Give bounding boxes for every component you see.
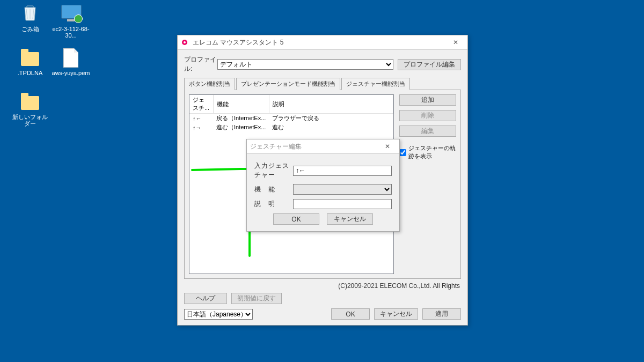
- gesture-input[interactable]: [293, 166, 392, 176]
- table-row[interactable]: ↑→ 進む（InternetEx... 進む: [189, 123, 393, 132]
- close-icon: ✕: [453, 39, 458, 46]
- tab-gesture-assign[interactable]: ジェスチャー機能割当: [341, 78, 410, 90]
- file-icon: [63, 48, 78, 68]
- cancel-button[interactable]: キャンセル: [374, 308, 418, 320]
- dialog-titlebar[interactable]: ジェスチャー編集 ✕: [247, 139, 399, 154]
- folder-icon: [21, 52, 39, 66]
- description-label: 説 明: [254, 200, 293, 209]
- table-row[interactable]: ↑← 戻る（InternetEx... ブラウザーで戻る: [189, 114, 393, 123]
- ok-button[interactable]: OK: [331, 308, 370, 320]
- function-select[interactable]: [293, 184, 392, 195]
- tab-button-assign[interactable]: ボタン機能割当: [184, 78, 235, 90]
- reset-button[interactable]: 初期値に戻す: [231, 293, 282, 304]
- titlebar[interactable]: エレコム マウスアシスタント 5 ✕: [178, 35, 467, 50]
- desktop-icon-recycle-bin[interactable]: ごみ箱: [10, 2, 50, 32]
- close-button[interactable]: ✕: [445, 36, 466, 49]
- desktop-icon-tpdlna[interactable]: .TPDLNA: [10, 46, 50, 76]
- tab-bar: ボタン機能割当 プレゼンテーションモード機能割当 ジェスチャー機能割当: [184, 78, 461, 90]
- language-select[interactable]: 日本語（Japanese）: [184, 309, 253, 320]
- desktop-icon-newfolder[interactable]: 新しいフォルダー: [10, 90, 50, 127]
- desktop-icon-label: aws-yuya.pem: [50, 70, 91, 76]
- copyright-text: (C)2009-2021 ELECOM Co.,Ltd. All Rights: [185, 282, 460, 290]
- window-title: エレコム マウスアシスタント 5: [193, 38, 445, 47]
- desktop-icon-label: ごみ箱: [10, 26, 50, 32]
- apply-button[interactable]: 適用: [422, 308, 461, 320]
- app-icon: [181, 38, 189, 47]
- dialog-cancel-button[interactable]: キャンセル: [327, 213, 373, 225]
- show-trace-checkbox[interactable]: ジェスチャーの軌跡を表示: [399, 144, 456, 160]
- desktop-icon-pem[interactable]: aws-yuya.pem: [50, 46, 91, 76]
- dialog-title: ジェスチャー編集: [250, 142, 377, 151]
- col-gesture[interactable]: ジェスチ...: [189, 95, 213, 114]
- dialog-ok-button[interactable]: OK: [273, 213, 319, 225]
- svg-point-1: [184, 41, 186, 43]
- profile-label: プロファイル:: [184, 55, 217, 73]
- delete-button[interactable]: 削除: [399, 110, 456, 121]
- computer-icon: [61, 5, 80, 21]
- folder-icon: [21, 96, 39, 110]
- col-function[interactable]: 機能: [213, 95, 269, 114]
- dialog-close-button[interactable]: ✕: [377, 140, 398, 153]
- function-label: 機 能: [254, 185, 293, 194]
- desktop-icon-label: ec2-3-112-68-30...: [50, 26, 91, 39]
- desktop-icon-rdp[interactable]: ec2-3-112-68-30...: [50, 2, 91, 39]
- tab-presentation-assign[interactable]: プレゼンテーションモード機能割当: [236, 78, 340, 90]
- recycle-bin-icon: [21, 3, 39, 23]
- profile-select[interactable]: デフォルト: [217, 59, 393, 70]
- help-button[interactable]: ヘルプ: [184, 293, 227, 304]
- close-icon: ✕: [385, 143, 390, 150]
- profile-edit-button[interactable]: プロファイル編集: [398, 59, 461, 70]
- gesture-input-label: 入力ジェスチャー: [254, 161, 293, 180]
- desktop-icon-label: .TPDLNA: [10, 70, 50, 76]
- edit-button[interactable]: 編集: [399, 125, 456, 137]
- desktop-icon-label: 新しいフォルダー: [10, 114, 50, 127]
- show-trace-input[interactable]: [399, 149, 406, 156]
- add-button[interactable]: 追加: [399, 94, 456, 106]
- description-input[interactable]: [293, 199, 392, 209]
- gesture-edit-dialog: ジェスチャー編集 ✕ 入力ジェスチャー 機 能 説 明 OK キャンセル: [246, 139, 400, 232]
- col-description[interactable]: 説明: [269, 95, 393, 114]
